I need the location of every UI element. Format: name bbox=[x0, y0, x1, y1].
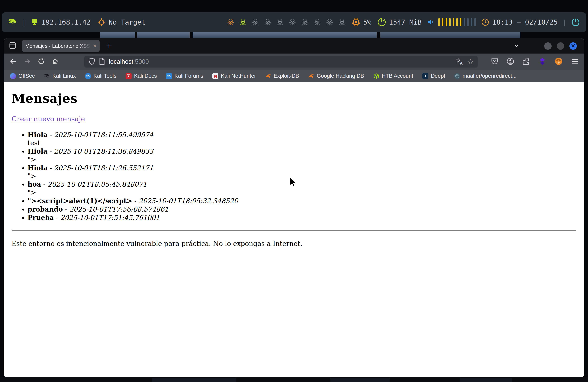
volume-bar-empty bbox=[467, 18, 469, 26]
message-body: test bbox=[28, 139, 576, 147]
memory-indicator[interactable]: 1547 MiB bbox=[377, 18, 421, 27]
bookmark-label: OffSec bbox=[18, 73, 35, 79]
deepl-favicon-icon bbox=[422, 73, 428, 79]
bookmark-label: Kali Docs bbox=[134, 73, 157, 79]
panel-separator: | bbox=[22, 18, 26, 26]
new-tab-button[interactable]: + bbox=[106, 41, 112, 51]
foxyproxy-icon[interactable] bbox=[554, 57, 563, 66]
bookmark-github[interactable]: maalfer/openredirect... bbox=[454, 73, 517, 79]
reload-button[interactable] bbox=[37, 57, 45, 66]
workspace-skull-icon[interactable]: ☠ bbox=[227, 18, 234, 26]
volume-bar-filled bbox=[456, 18, 458, 26]
github-favicon-icon bbox=[454, 73, 460, 79]
translate-icon[interactable]: A bbox=[456, 57, 463, 66]
message-author: Hiola bbox=[28, 164, 48, 172]
forward-button[interactable] bbox=[23, 57, 31, 66]
volume-bar-empty bbox=[471, 18, 472, 26]
bookmark-label: Kali Linux bbox=[52, 73, 76, 79]
message-separator: - bbox=[41, 180, 47, 188]
message-item: Hiola - 2025-10-01T18:11:36.849833"> bbox=[28, 148, 576, 164]
tab-close-icon[interactable]: × bbox=[93, 42, 96, 49]
bookmark-ghdb[interactable]: Google Hacking DB bbox=[308, 73, 364, 79]
extensions-puzzle-icon[interactable] bbox=[522, 57, 530, 66]
cpu-indicator[interactable]: 5% bbox=[352, 18, 371, 27]
workspace-skulls[interactable]: ☠☠☠☠☠☠☠☠☠☠ bbox=[227, 18, 346, 26]
message-separator: - bbox=[63, 205, 69, 213]
extension-gem-icon[interactable] bbox=[538, 57, 546, 66]
account-icon[interactable] bbox=[506, 57, 514, 66]
tab-mensajes[interactable]: Mensajes - Laboratorio XSS Al × bbox=[22, 40, 100, 52]
bookmark-label: Kali NetHunter bbox=[221, 73, 256, 79]
workspace-skull-icon[interactable]: ☠ bbox=[289, 18, 296, 26]
list-tabs-chevron-icon[interactable] bbox=[513, 42, 520, 50]
bookmark-offsec[interactable]: OffSec bbox=[10, 73, 35, 79]
bookmark-label: Google Hacking DB bbox=[316, 73, 364, 79]
workspace-skull-icon[interactable]: ☠ bbox=[338, 18, 346, 26]
volume-bar-filled bbox=[438, 18, 440, 26]
bookmark-label: Deepl bbox=[431, 73, 445, 79]
message-timestamp: 2025-10-01T18:11:55.499574 bbox=[54, 131, 153, 139]
volume-level-bars[interactable] bbox=[438, 18, 476, 26]
workspace-skull-icon[interactable]: ☠ bbox=[326, 18, 333, 26]
message-separator: - bbox=[132, 197, 139, 205]
workspace-skull-icon[interactable]: ☠ bbox=[276, 18, 284, 26]
workspace-skull-icon[interactable]: ☠ bbox=[239, 18, 247, 26]
ip-address: 192.168.1.42 bbox=[42, 18, 91, 26]
workspace-skull-icon[interactable]: ☠ bbox=[252, 18, 259, 26]
url-bar[interactable]: localhost:5000 A ☆ bbox=[84, 56, 478, 68]
bookmark-label: Kali Tools bbox=[93, 73, 116, 79]
message-timestamp: 2025-10-01T18:11:36.849833 bbox=[54, 148, 153, 155]
volume-bar-empty bbox=[474, 18, 476, 26]
bookmark-exploit[interactable]: Exploit-DB bbox=[265, 73, 299, 79]
pocket-icon[interactable] bbox=[491, 57, 498, 66]
bookmarks-toolbar: OffSecKali LinuxKali ToolsKali DocsKali … bbox=[4, 70, 584, 82]
volume-bar-filled bbox=[446, 18, 447, 26]
message-item: probando - 2025-10-01T17:56:08.574861 bbox=[28, 205, 576, 213]
tab-title: Mensajes - Laboratorio XSS Al bbox=[25, 43, 92, 49]
bookmark-kali-forums[interactable]: Kali Forums bbox=[166, 73, 203, 79]
wallpaper-segment bbox=[137, 32, 189, 38]
bookmark-htb[interactable]: HTB Account bbox=[373, 73, 413, 79]
tracking-protection-shield-icon[interactable] bbox=[88, 57, 95, 66]
target-label: No Target bbox=[109, 18, 146, 26]
window-minimize-button[interactable] bbox=[544, 42, 552, 50]
bookmark-kali-nethunter[interactable]: Kali NetHunter bbox=[212, 73, 256, 79]
target-indicator[interactable]: No Target bbox=[97, 18, 146, 26]
url-text[interactable]: localhost:5000 bbox=[109, 58, 149, 65]
clock-indicator[interactable]: 18:13 – 02/10/25 bbox=[481, 18, 558, 26]
system-panel: | 192.168.1.42 No Target ☠☠☠☠☠☠☠☠☠☠ 5 bbox=[2, 12, 586, 32]
message-separator: - bbox=[48, 148, 54, 155]
workspace-skull-icon[interactable]: ☠ bbox=[301, 18, 308, 26]
message-timestamp: 2025-10-01T18:05:32.348520 bbox=[139, 197, 238, 205]
window-maximize-button[interactable] bbox=[557, 42, 564, 50]
home-button[interactable] bbox=[51, 57, 59, 66]
wallpaper-segment bbox=[193, 32, 377, 38]
tab-bar: Mensajes - Laboratorio XSS Al × + ✕ bbox=[4, 38, 584, 54]
kali-logo-icon[interactable] bbox=[8, 18, 17, 27]
workspace-skull-icon[interactable]: ☠ bbox=[314, 18, 321, 26]
message-item: Hiola - 2025-10-01T18:11:55.499574test bbox=[28, 131, 576, 147]
bookmark-kali-tools[interactable]: Kali Tools bbox=[85, 73, 116, 79]
firefox-view-icon[interactable] bbox=[8, 41, 17, 51]
clock-text: 18:13 – 02/10/25 bbox=[492, 18, 558, 26]
offsec-favicon-icon bbox=[10, 73, 16, 79]
volume-bar-filled bbox=[460, 18, 462, 26]
back-button[interactable] bbox=[9, 57, 17, 66]
speaker-icon[interactable] bbox=[427, 18, 435, 26]
bookmark-kali-docs[interactable]: Kali Docs bbox=[126, 73, 157, 79]
bookmark-deepl[interactable]: Deepl bbox=[422, 73, 445, 79]
power-icon[interactable] bbox=[571, 18, 580, 27]
workspace-skull-icon[interactable]: ☠ bbox=[264, 18, 271, 26]
htb-favicon-icon bbox=[373, 73, 379, 79]
create-message-link[interactable]: Crear nuevo mensaje bbox=[12, 115, 85, 123]
cpu-usage: 5% bbox=[363, 18, 371, 26]
message-author: Prueba bbox=[28, 214, 54, 222]
site-info-page-icon[interactable] bbox=[99, 57, 105, 66]
message-separator: - bbox=[48, 131, 54, 139]
bookmark-star-icon[interactable]: ☆ bbox=[467, 58, 474, 66]
menu-hamburger-icon[interactable] bbox=[571, 57, 579, 66]
bookmark-kali-linux[interactable]: Kali Linux bbox=[44, 73, 76, 79]
window-close-button[interactable]: ✕ bbox=[569, 42, 577, 50]
kali-forums-favicon-icon bbox=[166, 73, 172, 79]
ip-indicator[interactable]: 192.168.1.42 bbox=[31, 18, 91, 26]
